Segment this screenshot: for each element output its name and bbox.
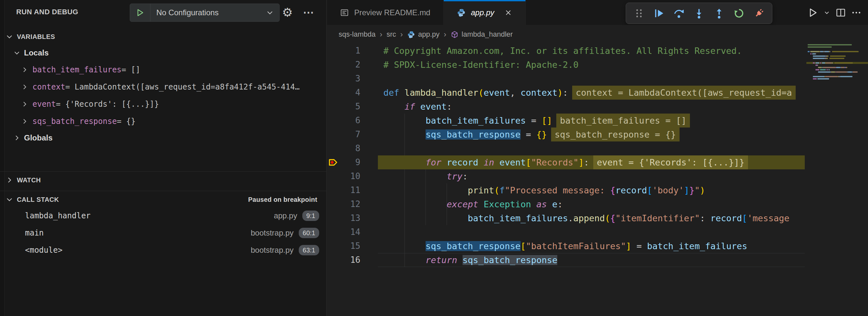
variables-group-globals[interactable]: Globals xyxy=(0,130,326,146)
variable-batch-item-failures[interactable]: batch_item_failures = [] xyxy=(0,61,326,78)
restart-button[interactable] xyxy=(731,5,747,21)
run-button[interactable] xyxy=(805,5,820,21)
variable-value: = LambdaContext([aws_request_id=a8fa412f… xyxy=(65,83,300,92)
line-number[interactable]: 14 xyxy=(339,225,360,239)
minimap[interactable] xyxy=(806,44,868,310)
breakpoint-gutter[interactable] xyxy=(327,225,339,239)
restart-icon xyxy=(733,7,745,19)
breakpoint-gutter[interactable] xyxy=(327,141,339,155)
disconnect-button[interactable] xyxy=(751,5,767,21)
code-line: 2# SPDX-License-Identifier: Apache-2.0 xyxy=(327,58,805,72)
code-text: print(f"Processed message: {record['body… xyxy=(383,183,705,197)
breakpoint-gutter[interactable] xyxy=(327,169,339,183)
call-stack-frames: lambda_handlerapp.py9:1mainbootstrap.py6… xyxy=(0,207,326,259)
line-number[interactable]: 10 xyxy=(339,169,360,183)
line-number[interactable]: 6 xyxy=(339,114,360,127)
drag-handle[interactable] xyxy=(631,5,647,21)
split-editor-button[interactable] xyxy=(833,5,848,21)
variable-value: = [] xyxy=(122,65,141,74)
breakpoint-gutter[interactable] xyxy=(327,100,339,114)
debug-toolbar xyxy=(626,3,772,24)
line-number[interactable]: 2 xyxy=(339,58,360,72)
run-dropdown-icon xyxy=(823,9,831,17)
stack-frame-position-badge: 9:1 xyxy=(302,211,319,221)
breadcrumb-item-sqs-lambda[interactable]: sqs-lambda xyxy=(339,30,376,39)
variable-name: context xyxy=(32,83,65,92)
inline-debug-value: context = LambdaContext([aws_request_id=… xyxy=(572,86,795,100)
breakpoint-gutter[interactable] xyxy=(327,197,339,211)
line-number[interactable]: 3 xyxy=(339,72,360,86)
run-dropdown-button[interactable] xyxy=(820,5,833,21)
step-out-button[interactable] xyxy=(711,5,727,21)
breakpoint-gutter[interactable] xyxy=(327,183,339,197)
close-icon[interactable] xyxy=(504,8,513,17)
minimap-inline-value xyxy=(832,51,859,52)
line-number[interactable]: 11 xyxy=(339,183,360,197)
stack-frame-file: app.py xyxy=(274,211,297,220)
stack-frame-position-badge: 63:1 xyxy=(299,245,319,255)
breakpoint-gutter[interactable] xyxy=(327,239,339,253)
line-number[interactable]: 4 xyxy=(339,86,360,100)
continue-button[interactable] xyxy=(651,5,667,21)
tab-app-py[interactable]: app.py xyxy=(444,0,526,25)
breakpoint-gutter[interactable] xyxy=(327,44,339,58)
step-out-icon xyxy=(713,7,725,19)
more-actions-button[interactable] xyxy=(848,5,864,21)
line-number[interactable]: 7 xyxy=(339,127,360,141)
stack-frame-module[interactable]: <module>bootstrap.py63:1 xyxy=(0,242,326,259)
line-number[interactable]: 5 xyxy=(339,100,360,114)
variable-sqs-batch-response[interactable]: sqs_batch_response = {} xyxy=(0,113,326,130)
code-line: 4def lambda_handler(event, context):cont… xyxy=(327,86,805,100)
code-line: 11 print(f"Processed message: {record['b… xyxy=(327,183,805,197)
variables-tree: Localsbatch_item_failures = []context = … xyxy=(0,45,326,146)
line-number[interactable]: 15 xyxy=(339,239,360,253)
line-number[interactable]: 13 xyxy=(339,211,360,225)
breakpoint-gutter[interactable] xyxy=(327,72,339,86)
breakpoint-gutter[interactable] xyxy=(327,86,339,100)
code-text: sqs_batch_response = {}sqs_batch_respons… xyxy=(383,127,680,141)
breadcrumb-item-lambda-handler[interactable]: lambda_handler xyxy=(451,30,513,39)
more-actions-icon[interactable]: ⋯ xyxy=(302,0,316,25)
stack-frame-main[interactable]: mainbootstrap.py60:1 xyxy=(0,224,326,242)
start-debugging-icon[interactable] xyxy=(130,4,151,22)
breakpoint-gutter[interactable] xyxy=(327,114,339,127)
breadcrumb-item-src[interactable]: src xyxy=(386,30,396,39)
breakpoint-gutter[interactable] xyxy=(327,253,339,267)
stack-frame-lambda-handler[interactable]: lambda_handlerapp.py9:1 xyxy=(0,207,326,224)
breakpoint-gutter[interactable] xyxy=(327,155,339,169)
tab-label: app.py xyxy=(471,8,494,17)
continue-icon xyxy=(653,7,665,19)
breakpoint-gutter[interactable] xyxy=(327,211,339,225)
tab-label: Preview README.md xyxy=(354,8,430,17)
variables-group-locals[interactable]: Locals xyxy=(0,45,326,61)
code-line: 7 sqs_batch_response = {}sqs_batch_respo… xyxy=(327,127,805,141)
line-number[interactable]: 8 xyxy=(339,141,360,155)
code-editor[interactable]: 1# Copyright Amazon.com, Inc. or its aff… xyxy=(327,44,805,316)
minimap-inline-value xyxy=(835,62,853,64)
step-into-button[interactable] xyxy=(691,5,707,21)
line-number[interactable]: 9 xyxy=(339,155,360,169)
code-text: batch_item_failures.append({"itemIdentif… xyxy=(383,211,789,225)
debug-config-dropdown[interactable]: No Configurations xyxy=(130,4,280,22)
section-divider xyxy=(0,171,326,171)
gear-icon[interactable]: ⚙ xyxy=(280,0,294,25)
code-line: 6 batch_item_failures = []batch_item_fai… xyxy=(327,114,805,127)
split-editor-icon xyxy=(835,7,846,18)
breadcrumb-item-app-py[interactable]: app.py xyxy=(407,30,439,39)
call-stack-section-header[interactable]: CALL STACK Paused on breakpoint xyxy=(0,192,326,207)
line-number[interactable]: 16 xyxy=(339,253,360,267)
line-number[interactable]: 1 xyxy=(339,44,360,58)
breakpoint-gutter[interactable] xyxy=(327,58,339,72)
watch-section-header[interactable]: WATCH xyxy=(0,172,326,188)
inline-debug-value: sqs_batch_response = {} xyxy=(551,127,680,141)
variable-context[interactable]: context = LambdaContext([aws_request_id=… xyxy=(0,78,326,95)
breakpoint-gutter[interactable] xyxy=(327,127,339,141)
step-over-button[interactable] xyxy=(671,5,687,21)
variable-event[interactable]: event = {'Records': [{...}]} xyxy=(0,95,326,113)
run-and-debug-header: RUN AND DEBUG No Configurations ⚙ ⋯ xyxy=(0,0,326,25)
line-number[interactable]: 12 xyxy=(339,197,360,211)
chevron-right-icon xyxy=(21,83,29,91)
stack-frame-file: bootstrap.py xyxy=(251,228,293,238)
tab-preview-readme-md[interactable]: Preview README.md xyxy=(327,0,444,25)
variables-section-header[interactable]: VARIABLES xyxy=(0,29,326,44)
